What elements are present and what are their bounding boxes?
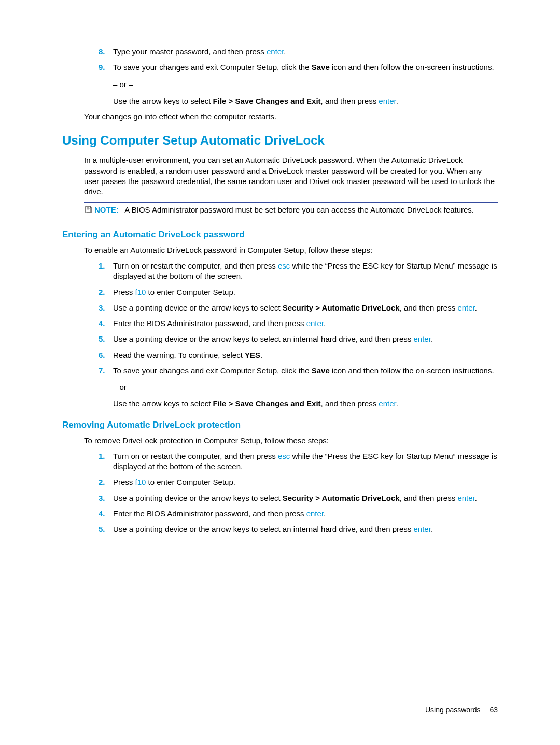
or-separator: – or – — [113, 79, 498, 90]
key-enter: enter — [306, 319, 324, 328]
alt-instruction: Use the arrow keys to select File > Save… — [113, 399, 498, 409]
text: . — [324, 319, 326, 328]
list-body: Enter the BIOS Administrator password, a… — [113, 509, 498, 519]
list-item: 1. Turn on or restart the computer, and … — [99, 451, 498, 472]
bold-menu-path: Security > Automatic DriveLock — [283, 494, 400, 502]
key-esc: esc — [278, 452, 290, 460]
list-body: Use a pointing device or the arrow keys … — [113, 334, 498, 344]
list-body: To save your changes and exit Computer S… — [113, 62, 498, 106]
text: icon and then follow the on-screen instr… — [330, 63, 494, 72]
text: . — [284, 47, 286, 56]
or-separator: – or – — [113, 382, 498, 392]
text: . — [431, 334, 433, 343]
document-page: 8. Type your master password, and then p… — [0, 0, 560, 745]
text: Read the warning. To continue, select — [113, 350, 245, 359]
bold-save: Save — [312, 63, 330, 72]
list-body: Use a pointing device or the arrow keys … — [113, 524, 498, 535]
list-number: 4. — [99, 318, 113, 329]
text: Press — [113, 477, 135, 486]
page-number: 63 — [489, 706, 498, 714]
text: To save your changes and exit Computer S… — [113, 366, 312, 375]
text: Press — [113, 288, 135, 297]
text: . — [260, 350, 262, 359]
alt-instruction: Use the arrow keys to select File > Save… — [113, 96, 498, 106]
text: Use the arrow keys to select — [113, 399, 213, 408]
list-number: 1. — [99, 451, 113, 472]
list-item: 6. Read the warning. To continue, select… — [99, 350, 498, 360]
heading-entering-password: Entering an Automatic DriveLock password — [62, 230, 498, 240]
list-number: 3. — [99, 493, 113, 503]
key-enter: enter — [457, 494, 474, 502]
list-item: 5. Use a pointing device or the arrow ke… — [99, 524, 498, 535]
footer-section: Using passwords — [425, 706, 481, 714]
key-enter: enter — [379, 96, 396, 105]
key-enter: enter — [267, 47, 284, 56]
key-enter: enter — [414, 525, 431, 533]
list-number: 7. — [99, 366, 113, 410]
text: To save your changes and exit Computer S… — [113, 63, 312, 72]
list-item: 7. To save your changes and exit Compute… — [99, 366, 498, 410]
list-item: 1. Turn on or restart the computer, and … — [99, 261, 498, 282]
text: to enter Computer Setup. — [146, 477, 235, 486]
text: Type your master password, and then pres… — [113, 47, 267, 56]
list-number: 4. — [99, 509, 113, 519]
bold-menu-path: File > Save Changes and Exit — [213, 399, 321, 408]
list-item: 5. Use a pointing device or the arrow ke… — [99, 334, 498, 344]
text: Turn on or restart the computer, and the… — [113, 261, 278, 270]
heading-automatic-drivelock: Using Computer Setup Automatic DriveLock — [62, 133, 498, 148]
text: . — [475, 303, 477, 312]
list-number: 8. — [99, 47, 113, 57]
list-body: Turn on or restart the computer, and the… — [113, 451, 498, 472]
key-enter: enter — [379, 399, 396, 408]
svg-rect-0 — [86, 206, 90, 213]
enter-ordered-list: 1. Turn on or restart the computer, and … — [62, 261, 498, 410]
list-item-9: 9. To save your changes and exit Compute… — [99, 62, 498, 106]
note-icon — [84, 205, 94, 217]
bold-yes: YES — [245, 350, 260, 359]
key-enter: enter — [414, 334, 431, 343]
key-f10: f10 — [135, 288, 146, 297]
text: Enter the BIOS Administrator password, a… — [113, 319, 306, 328]
list-item: 2. Press f10 to enter Computer Setup. — [99, 287, 498, 298]
list-item: 3. Use a pointing device or the arrow ke… — [99, 303, 498, 313]
remove-ordered-list: 1. Turn on or restart the computer, and … — [62, 451, 498, 535]
page-footer: Using passwords 63 — [425, 706, 498, 714]
list-number: 5. — [99, 334, 113, 344]
list-body: To save your changes and exit Computer S… — [113, 366, 498, 410]
list-number: 2. — [99, 287, 113, 298]
text: Use a pointing device or the arrow keys … — [113, 494, 283, 502]
list-body: Type your master password, and then pres… — [113, 47, 498, 57]
text: , and then press — [400, 494, 458, 502]
text: , and then press — [321, 399, 379, 408]
remove-intro: To remove DriveLock protection in Comput… — [62, 435, 498, 446]
list-number: 3. — [99, 303, 113, 313]
text: Turn on or restart the computer, and the… — [113, 452, 278, 460]
list-number: 1. — [99, 261, 113, 282]
list-body: Turn on or restart the computer, and the… — [113, 261, 498, 282]
list-body: Press f10 to enter Computer Setup. — [113, 477, 498, 487]
text: icon and then follow the on-screen instr… — [330, 366, 494, 375]
restart-note: Your changes go into effect when the com… — [62, 111, 498, 122]
list-body: Use a pointing device or the arrow keys … — [113, 493, 498, 503]
bold-save: Save — [312, 366, 330, 375]
text: . — [431, 525, 433, 533]
bold-menu-path: File > Save Changes and Exit — [213, 96, 321, 105]
text: Use a pointing device or the arrow keys … — [113, 303, 283, 312]
text: Use the arrow keys to select — [113, 96, 213, 105]
list-body: Press f10 to enter Computer Setup. — [113, 287, 498, 298]
list-number: 5. — [99, 524, 113, 535]
list-item: 3. Use a pointing device or the arrow ke… — [99, 493, 498, 503]
note-box: NOTE: A BIOS Administrator password must… — [84, 202, 498, 219]
list-number: 6. — [99, 350, 113, 360]
text: . — [396, 399, 398, 408]
text: , and then press — [400, 303, 458, 312]
list-body: Use a pointing device or the arrow keys … — [113, 303, 498, 313]
key-f10: f10 — [135, 477, 146, 486]
bold-menu-path: Security > Automatic DriveLock — [283, 303, 400, 312]
text: , and then press — [321, 96, 379, 105]
note-text: NOTE: A BIOS Administrator password must… — [94, 205, 498, 215]
text: Use a pointing device or the arrow keys … — [113, 334, 414, 343]
list-item-8: 8. Type your master password, and then p… — [99, 47, 498, 57]
heading-removing-protection: Removing Automatic DriveLock protection — [62, 420, 498, 430]
key-enter: enter — [457, 303, 474, 312]
